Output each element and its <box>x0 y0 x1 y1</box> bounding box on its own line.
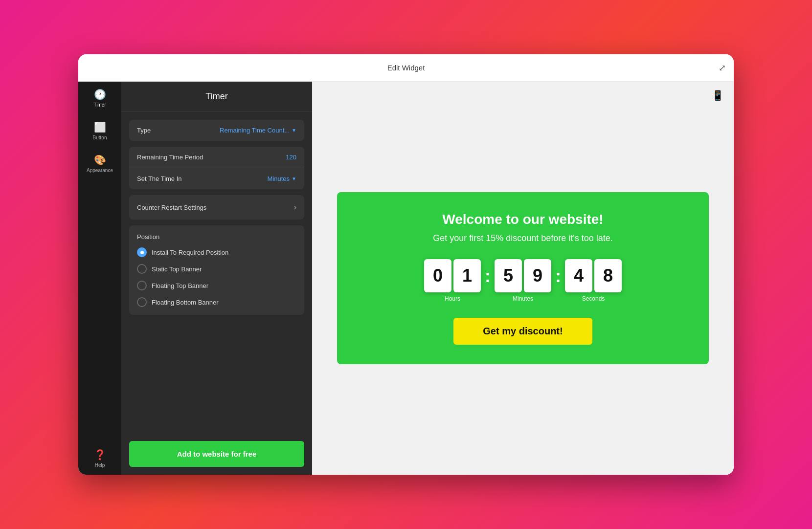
type-section: Type Remaining Time Count... ▼ <box>129 120 304 141</box>
settings-panel: Timer Type Remaining Time Count... ▼ <box>121 82 312 475</box>
set-time-chevron-icon: ▼ <box>292 176 296 181</box>
counter-restart-chevron-icon: › <box>294 203 296 212</box>
seconds-digit-1: 8 <box>594 259 622 292</box>
seconds-group: 4 8 Seconds <box>565 259 622 302</box>
title-bar: Edit Widget ⤢ <box>78 54 734 82</box>
set-time-value: Minutes <box>268 175 290 182</box>
remaining-time-row: Remaining Time Period 120 <box>129 147 304 168</box>
type-dropdown[interactable]: Remaining Time Count... ▼ <box>220 127 296 134</box>
expand-icon[interactable]: ⤢ <box>719 63 726 73</box>
widget-title: Welcome to our website! <box>366 212 679 227</box>
type-row: Type Remaining Time Count... ▼ <box>129 120 304 141</box>
window-title: Edit Widget <box>387 64 425 72</box>
hours-digits: 0 1 <box>424 259 481 292</box>
help-icon: ❓ <box>94 449 106 461</box>
panel-title: Timer <box>205 91 227 101</box>
remaining-time-value[interactable]: 120 <box>286 154 296 161</box>
position-section: Position Install To Required Position St… <box>129 225 304 315</box>
radio-floating-bottom-label: Floating Bottom Banner <box>152 299 219 306</box>
counter-restart-label: Counter Restart Settings <box>137 204 206 211</box>
appearance-icon: 🎨 <box>94 154 106 166</box>
set-time-row: Set The Time In Minutes ▼ <box>129 168 304 189</box>
hours-digit-1: 1 <box>453 259 481 292</box>
counter-restart-row[interactable]: Counter Restart Settings › <box>129 195 304 220</box>
type-chevron-icon: ▼ <box>292 128 296 133</box>
sidebar-item-help[interactable]: ❓ Help <box>78 442 121 475</box>
radio-floating-top-circle <box>137 281 147 290</box>
minutes-digit-0: 5 <box>495 259 522 292</box>
timer-icon: 🕐 <box>94 88 106 100</box>
seconds-digits: 4 8 <box>565 259 622 292</box>
widget-preview: Welcome to our website! Get your first 1… <box>337 192 709 364</box>
remaining-time-label: Remaining Time Period <box>137 154 203 161</box>
minutes-digit-1: 9 <box>524 259 551 292</box>
radio-floating-top[interactable]: Floating Top Banner <box>137 281 296 290</box>
hours-label: Hours <box>445 295 460 302</box>
panel-body: Type Remaining Time Count... ▼ Remaining… <box>121 112 312 433</box>
radio-static-top-circle <box>137 264 147 274</box>
hours-digit-0: 0 <box>424 259 451 292</box>
sidebar-item-timer[interactable]: 🕐 Timer <box>78 82 121 114</box>
seconds-digit-0: 4 <box>565 259 592 292</box>
sidebar-help-label: Help <box>95 463 105 468</box>
main-window: Edit Widget ⤢ 🕐 Timer ⬜ Button 🎨 Appeara… <box>78 54 734 475</box>
counter-restart-section[interactable]: Counter Restart Settings › <box>129 195 304 220</box>
discount-button[interactable]: Get my discount! <box>453 318 592 345</box>
minutes-group: 5 9 Minutes <box>495 259 551 302</box>
sidebar: 🕐 Timer ⬜ Button 🎨 Appearance ❓ Help <box>78 82 121 475</box>
separator-2: : <box>555 267 561 285</box>
radio-install-required-label: Install To Required Position <box>152 249 228 256</box>
panel-header: Timer <box>121 82 312 112</box>
preview-area: 📱 Welcome to our website! Get your first… <box>312 82 734 475</box>
minutes-label: Minutes <box>513 295 533 302</box>
time-section: Remaining Time Period 120 Set The Time I… <box>129 147 304 189</box>
position-title: Position <box>137 233 296 241</box>
sidebar-item-appearance[interactable]: 🎨 Appearance <box>78 147 121 180</box>
radio-floating-bottom[interactable]: Floating Bottom Banner <box>137 297 296 307</box>
radio-install-required[interactable]: Install To Required Position <box>137 247 296 257</box>
button-icon: ⬜ <box>94 121 106 133</box>
sidebar-appearance-label: Appearance <box>87 168 113 173</box>
type-label: Type <box>137 127 151 134</box>
main-content: 🕐 Timer ⬜ Button 🎨 Appearance ❓ Help Tim <box>78 82 734 475</box>
panel-footer: Add to website for free <box>121 433 312 475</box>
sidebar-bottom: ❓ Help <box>78 442 121 475</box>
widget-subtitle: Get your first 15% discount before it's … <box>366 233 679 243</box>
sidebar-item-button[interactable]: ⬜ Button <box>78 114 121 147</box>
add-to-website-button[interactable]: Add to website for free <box>129 441 304 467</box>
set-time-label: Set The Time In <box>137 175 182 182</box>
set-time-dropdown[interactable]: Minutes ▼ <box>268 175 296 182</box>
hours-group: 0 1 Hours <box>424 259 481 302</box>
type-value: Remaining Time Count... <box>220 127 290 134</box>
separator-1: : <box>485 267 491 285</box>
mobile-preview-icon[interactable]: 📱 <box>712 89 724 101</box>
radio-static-top-label: Static Top Banner <box>152 265 202 273</box>
minutes-digits: 5 9 <box>495 259 551 292</box>
radio-floating-bottom-circle <box>137 297 147 307</box>
sidebar-timer-label: Timer <box>93 102 106 108</box>
radio-floating-top-label: Floating Top Banner <box>152 282 208 289</box>
sidebar-button-label: Button <box>93 135 107 140</box>
radio-install-required-circle <box>137 247 147 257</box>
countdown-row: 0 1 Hours : 5 9 Minutes : <box>366 259 679 302</box>
radio-static-top[interactable]: Static Top Banner <box>137 264 296 274</box>
seconds-label: Seconds <box>582 295 605 302</box>
